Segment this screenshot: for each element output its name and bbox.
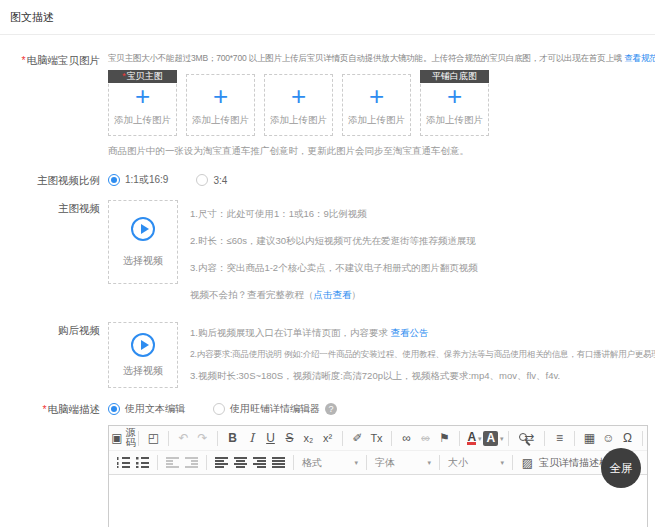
- tutorial-link[interactable]: 点击查看: [314, 289, 352, 300]
- desc-option-text-edit[interactable]: 使用文本编辑: [108, 402, 185, 416]
- toolbar-separator: [544, 431, 545, 446]
- source-code-icon[interactable]: ▣源码: [115, 428, 132, 448]
- main-video-tip-4: 视频不会拍？查看完整教程（点击查看）: [190, 281, 478, 308]
- post-video-tip-2: 2.内容要求:商品使用说明 例如:介绍一件商品的安装过程、使用教程、保养方法等与…: [190, 344, 655, 366]
- fullscreen-button[interactable]: 全屏: [601, 448, 641, 488]
- upload-caption: 添加上传图片: [192, 114, 249, 127]
- bg-color-icon[interactable]: A▾: [485, 428, 502, 448]
- icon-glyph: ✐: [352, 432, 362, 444]
- picker-label: 选择视频: [123, 254, 163, 268]
- radio-unselected-icon: [196, 174, 208, 186]
- align-justify-icon[interactable]: [272, 457, 285, 468]
- outdent-icon[interactable]: [166, 457, 179, 468]
- announcement-link[interactable]: 查看公告: [391, 327, 429, 338]
- italic-icon[interactable]: I: [243, 428, 260, 448]
- toolbar-separator: [217, 431, 218, 446]
- plus-icon: +: [369, 84, 384, 108]
- preview-icon[interactable]: ◰: [145, 428, 162, 448]
- bold-icon[interactable]: B: [224, 428, 241, 448]
- upload-image-box[interactable]: *宝贝主图+添加上传图片: [108, 74, 177, 136]
- icon-glyph: ☺: [602, 432, 614, 444]
- upload-boxes: *宝贝主图+添加上传图片+添加上传图片+添加上传图片+添加上传图片平铺白底图+添…: [108, 74, 655, 136]
- upload-image-box[interactable]: +添加上传图片: [342, 74, 411, 136]
- special-char-icon[interactable]: Ω: [619, 428, 636, 448]
- upload-image-box[interactable]: +添加上传图片: [186, 74, 255, 136]
- toolbar-separator: [512, 455, 513, 470]
- align-right-icon[interactable]: [253, 457, 266, 468]
- toolbar-separator: [642, 431, 643, 446]
- size-select[interactable]: 大小▾: [445, 456, 507, 470]
- remove-format-icon[interactable]: Tx: [368, 428, 385, 448]
- radio-unselected-icon: [213, 403, 225, 415]
- subscript-icon[interactable]: x₂: [300, 428, 317, 448]
- option-label: 3:4: [213, 175, 227, 186]
- ratio-option-1-1-16-9[interactable]: 1:1或16:9: [108, 173, 168, 187]
- superscript-icon[interactable]: x²: [319, 428, 336, 448]
- ratio-option-3-4[interactable]: 3:4: [196, 174, 227, 186]
- editor-content[interactable]: [109, 475, 647, 527]
- product-images-row: *电脑端宝贝图片 宝贝主图大小不能超过3MB；700*700 以上图片上传后宝贝…: [0, 52, 655, 158]
- post-video-tip-3: 3.视频时长:30S~180S，视频清晰度:高清720p以上，视频格式要求:mp…: [190, 365, 655, 387]
- icon-glyph: ↷: [197, 432, 207, 444]
- font-color-icon[interactable]: A▾: [466, 428, 483, 448]
- post-video-picker[interactable]: 选择视频: [108, 322, 178, 388]
- image-icon[interactable]: ▨: [519, 453, 536, 473]
- align-center-icon[interactable]: [234, 457, 247, 468]
- label-text: 电脑端描述: [48, 403, 101, 415]
- plus-icon: +: [447, 84, 462, 108]
- post-video-row: 购后视频 选择视频 1.购后视频展现入口在订单详情页面，内容要求 查看公告 2.…: [0, 322, 655, 388]
- icon-glyph: ⚑: [439, 432, 450, 444]
- icon-glyph: ∞: [421, 432, 430, 444]
- toolbar-separator: [206, 455, 207, 470]
- upload-image-box[interactable]: 平铺白底图+添加上传图片: [420, 74, 489, 136]
- upload-caption: 添加上传图片: [270, 114, 327, 127]
- unlink-icon[interactable]: ∞: [417, 428, 434, 448]
- select-label: 格式: [302, 456, 322, 470]
- icon-glyph: ▨: [522, 457, 533, 469]
- help-icon[interactable]: ?: [325, 403, 337, 415]
- pc-description-row: *电脑端描述 使用文本编辑 使用旺铺详情编辑器 ?: [0, 401, 655, 416]
- link-icon[interactable]: ∞: [398, 428, 415, 448]
- required-asterisk: *: [42, 403, 46, 415]
- table-icon[interactable]: ▦: [581, 428, 598, 448]
- icon-glyph: ≡: [556, 432, 563, 444]
- emoji-icon[interactable]: ☺: [600, 428, 617, 448]
- main-video-picker[interactable]: 选择视频: [108, 200, 178, 284]
- align-left-icon[interactable]: [215, 457, 228, 468]
- format-select[interactable]: 格式▾: [299, 456, 361, 470]
- main-video-tip-2: 2.时长：≤60s，建议30秒以内短视频可优先在爱逛街等推荐频道展现: [190, 227, 478, 254]
- upload-caption: 添加上传图片: [426, 114, 483, 127]
- icon-glyph: A: [467, 431, 476, 445]
- upload-image-box[interactable]: +添加上传图片: [264, 74, 333, 136]
- plus-icon: +: [291, 84, 306, 108]
- anchor-flag-icon[interactable]: ⚑: [436, 428, 453, 448]
- format-painter-icon[interactable]: ✐: [349, 428, 366, 448]
- icon-glyph: Tx: [370, 433, 382, 444]
- toolbar-separator: [391, 431, 392, 446]
- main-video-label: 主图视频: [0, 200, 100, 215]
- tip-text: 1.购后视频展现入口在订单详情页面，内容要求: [190, 327, 391, 338]
- indent-icon[interactable]: [185, 457, 198, 468]
- undo-icon[interactable]: ↶: [175, 428, 192, 448]
- icon-glyph: ▣: [111, 432, 122, 444]
- bullet-list-icon[interactable]: [136, 457, 149, 468]
- radio-selected-icon: [108, 174, 120, 186]
- toolbar-separator: [574, 431, 575, 446]
- redo-icon[interactable]: ↷: [194, 428, 211, 448]
- desc-option-wangpu-editor[interactable]: 使用旺铺详情编辑器 ?: [213, 402, 337, 416]
- icon-glyph: Ω: [623, 432, 632, 444]
- chevron-down-icon: ▾: [354, 459, 358, 467]
- line-style-icon[interactable]: ≡: [551, 428, 568, 448]
- underline-icon[interactable]: U: [262, 428, 279, 448]
- images-note: 商品图片中的一张设为淘宝直通车推广创意时，更新此图片会同步至淘宝直通车创意。: [108, 145, 655, 158]
- upload-caption: 添加上传图片: [348, 114, 405, 127]
- font-select[interactable]: 字体▾: [372, 456, 434, 470]
- play-icon: [131, 217, 155, 241]
- option-label: 使用文本编辑: [125, 402, 185, 416]
- post-video-label: 购后视频: [0, 322, 100, 337]
- ordered-list-icon[interactable]: [117, 457, 130, 468]
- icon-glyph: ↶: [178, 432, 188, 444]
- view-spec-link[interactable]: 查看规范: [624, 53, 655, 63]
- chevron-down-icon: ▾: [500, 435, 504, 442]
- strikethrough-icon[interactable]: S: [281, 428, 298, 448]
